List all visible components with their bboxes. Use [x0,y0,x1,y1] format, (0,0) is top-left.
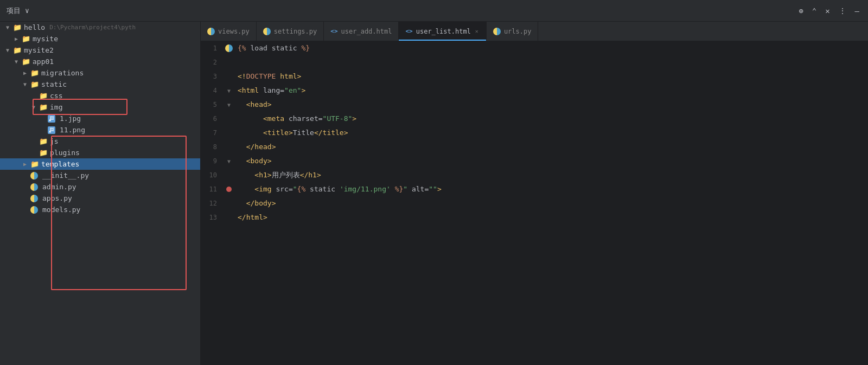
title-bar-icons: ⊕ ⌃ ✕ ⋮ — [796,5,861,16]
tree-label-static: static [41,80,67,88]
tree-item-models[interactable]: models.py [0,204,200,215]
code-line-10: 10 <h1>用户列表</h1> [201,168,868,182]
tree-item-templates[interactable]: ▶ 📁 templates [0,158,200,170]
folder-icon-img: 📁 [39,103,48,111]
code-line-1: 1 {% load static %} [201,41,868,55]
tree-item-admin[interactable]: admin.py [0,181,200,193]
tree-item-app01[interactable]: ▼ 📁 app01 [0,56,200,67]
py-icon-admin [30,183,38,191]
line-content-10: <h1>用户列表</h1> [235,168,868,182]
editor-content[interactable]: 1 {% load static %} 2 3 <!DOCTYPE html> [201,41,868,365]
line-content-12: </body> [235,196,868,210]
tab-views[interactable]: views.py [201,22,257,41]
tree-label-mysite2: mysite2 [24,46,54,54]
tree-label-plugins: plugins [50,149,80,157]
line-num-12: 12 [201,196,222,210]
tree-item-migrations[interactable]: ▶ 📁 migrations [0,67,200,79]
tab-user-list[interactable]: <> user_list.html ✕ [399,22,486,41]
line-num-4: 4 [201,84,222,98]
chevron-img: ▼ [30,104,37,110]
tree-label-init: __init__.py [42,171,89,180]
line-content-1: {% load static %} [235,41,868,55]
tab-user-add[interactable]: <> user_add.html [324,22,399,41]
code-line-13: 13 </html> [201,210,868,225]
tree-label-mysite: mysite [33,35,58,43]
py-icon-urls-tab [493,28,501,35]
fold-arrow-9[interactable]: ▼ [227,158,231,164]
tab-label-user-list: user_list.html [416,28,471,35]
line-gutter-8 [222,140,235,154]
line-num-6: 6 [201,112,222,126]
code-line-8: 8 </head> [201,140,868,154]
tree-label-admin: admin.py [42,183,76,191]
line-num-5: 5 [201,98,222,112]
line-gutter-1 [222,41,235,55]
tree-label-app01: app01 [33,57,54,66]
tree-item-plugins[interactable]: 📁 plugins [0,147,200,158]
tree-item-11png[interactable]: 🖼 11.png [0,124,200,136]
sidebar: ▼ 📁 hello D:\Pycharm\project4\pyth ▶ 📁 m… [0,22,201,365]
editor-area: views.py settings.py <> user_add.html <>… [201,22,868,365]
line-content-5: <head> [235,98,868,112]
tab-label-settings: settings.py [274,28,317,35]
tree-item-mysite2[interactable]: ▼ 📁 mysite2 [0,44,200,56]
tree-label-js: js [50,137,59,145]
title-bar: 项目 ∨ ⊕ ⌃ ✕ ⋮ — [0,0,868,22]
target-icon[interactable]: ⊕ [796,5,805,16]
tab-label-user-add: user_add.html [341,28,392,35]
tree-label-templates: templates [41,160,79,168]
tab-close-user-list[interactable]: ✕ [474,27,480,35]
tabs-bar: views.py settings.py <> user_add.html <>… [201,22,868,41]
line-content-3: <!DOCTYPE html> [235,69,868,84]
line-gutter-9: ▼ [222,154,235,168]
project-menu[interactable]: 项目 ∨ [7,6,29,16]
tree-item-static[interactable]: ▼ 📁 static [0,79,200,90]
tree-label-img: img [50,103,62,111]
html-icon-user-list: <> [405,28,412,35]
expand-icon[interactable]: ⌃ [810,5,819,16]
project-label: 项目 [7,6,21,16]
folder-icon-templates: 📁 [30,160,39,168]
minimize-icon[interactable]: — [853,5,861,16]
tree-item-js[interactable]: 📁 js [0,136,200,147]
tree-label-migrations: migrations [41,69,84,77]
code-line-6: 6 <meta charset="UTF-8"> [201,112,868,126]
tree-item-init[interactable]: __init__.py [0,170,200,181]
line-num-13: 13 [201,210,222,225]
line-num-8: 8 [201,140,222,154]
line-gutter-6 [222,112,235,126]
close-icon[interactable]: ✕ [823,5,832,16]
code-line-2: 2 [201,55,868,69]
fold-arrow-5[interactable]: ▼ [227,102,231,108]
tree-label-apps: apps.py [42,194,72,202]
line-num-11: 11 [201,182,222,196]
chevron-mysite: ▶ [13,36,20,42]
folder-icon-mysite2: 📁 [13,46,22,54]
tree-item-mysite[interactable]: ▶ 📁 mysite [0,33,200,44]
line-num-3: 3 [201,69,222,84]
tree-item-apps[interactable]: apps.py [0,193,200,204]
code-line-3: 3 <!DOCTYPE html> [201,69,868,84]
line-num-10: 10 [201,168,222,182]
more-icon[interactable]: ⋮ [837,5,848,16]
line-content-7: <title>Title</title> [235,126,868,140]
fold-arrow-4[interactable]: ▼ [227,88,231,94]
line-content-4: <html lang="en"> [235,84,868,98]
folder-icon-mysite: 📁 [22,35,30,43]
tree-item-hello[interactable]: ▼ 📁 hello D:\Pycharm\project4\pyth [0,22,200,33]
image-icon-1jpg: 🖼 [48,115,55,123]
chevron-app01: ▼ [13,59,20,65]
chevron-templates: ▶ [22,161,28,167]
image-icon-11png: 🖼 [48,126,55,134]
py-icon-init [30,172,38,180]
line-content-8: </head> [235,140,868,154]
tree-label-models: models.py [42,206,80,214]
tree-label-hello: hello [24,23,45,31]
tab-settings[interactable]: settings.py [257,22,324,41]
folder-icon-plugins: 📁 [39,149,48,157]
tree-item-1jpg[interactable]: 🖼 1.jpg [0,113,200,124]
tab-urls[interactable]: urls.py [487,22,539,41]
tree-item-img[interactable]: ▼ 📁 img [0,101,200,113]
tree-item-css[interactable]: 📁 css [0,90,200,101]
line-gutter-11 [222,182,235,196]
